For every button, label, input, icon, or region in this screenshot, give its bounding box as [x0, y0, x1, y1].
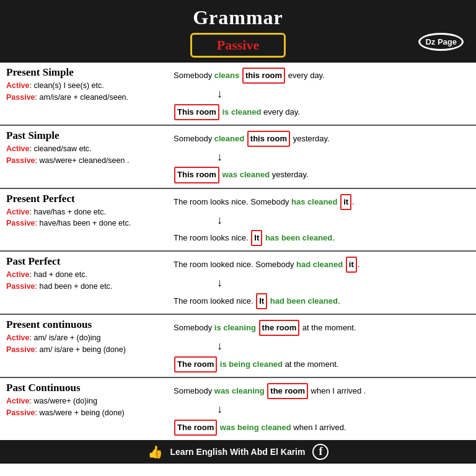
- example-rest1-pastc: when I arrived .: [311, 384, 366, 398]
- right-col-past-continuous: Somebody was cleaning the room when I ar…: [174, 382, 470, 436]
- section-title-past-continuous: Past Continuous: [6, 382, 169, 394]
- example-subj2-pasts: This room: [174, 167, 219, 183]
- section-past-continuous: Past Continuous Active: was/were+ (do)in…: [0, 378, 476, 440]
- passive-label-pastperf: Passive: [6, 282, 35, 291]
- arrow-pasts: ↓: [174, 148, 470, 167]
- example-obj1-ps: this room: [242, 68, 285, 84]
- section-title-past-simple: Past Simple: [6, 130, 169, 142]
- example-active-line-pc: Somebody is cleaning the room at the mom…: [174, 320, 470, 336]
- example-active-line-pastc: Somebody was cleaning the room when I ar…: [174, 383, 470, 399]
- active-rule-pc: : am/ is/are + (do)ing: [30, 333, 101, 342]
- example-obj-pastperf: it: [346, 257, 357, 273]
- example-verb-pp: has cleaned: [291, 195, 337, 209]
- example-verb-pastperf: had cleaned: [296, 258, 343, 271]
- arrow-down-pc: ↓: [217, 337, 223, 356]
- example-passive-line-pc: The room is being cleaned at the moment.: [174, 356, 470, 372]
- example-passive-line-pastc: The room was being cleaned when I arrive…: [174, 420, 470, 436]
- rule-active-past-simple: Active: cleaned/saw etc.: [6, 143, 169, 155]
- rule-passive-present-perfect: Passive: have/has been + done etc.: [6, 218, 169, 229]
- active-label-pp: Active: [6, 208, 30, 216]
- right-col-present-simple: Somebody cleans this room every day. ↓ T…: [174, 66, 470, 121]
- active-rule-ps: : clean(s) I see(s) etc.: [30, 81, 104, 90]
- arrow-ps: ↓: [174, 84, 470, 104]
- active-rule-pp: : have/has + done etc.: [30, 208, 106, 216]
- rule-active-past-continuous: Active: was/were+ (do)ing: [6, 395, 169, 407]
- example-obj1-pastc: the room: [267, 383, 308, 399]
- example-active-line-pp: The room looks nice. Somebody has cleane…: [174, 194, 470, 210]
- example-rest2-pasts: yesterday.: [272, 168, 309, 182]
- right-col-present-continuous: Somebody is cleaning the room at the mom…: [174, 319, 470, 373]
- section-title-present-continuous: Present continuous: [6, 319, 169, 331]
- passive-label: Passive: [190, 33, 286, 58]
- passive-rule-pastc: : was/were + being (done): [35, 408, 125, 417]
- example-rest2-pc: at the moment.: [285, 358, 339, 371]
- passive-label-pp: Passive: [6, 219, 35, 227]
- thumbs-up-icon: 👍: [148, 444, 163, 459]
- passive-label-pasts: Passive: [6, 156, 35, 165]
- example-obj1-pc: the room: [259, 320, 300, 336]
- example-verb2-pastperf: had been cleaned: [270, 294, 338, 308]
- passive-rule-pp: : have/has been + done etc.: [35, 219, 131, 227]
- example-active-text-pasts: Somebody: [174, 132, 212, 146]
- rule-passive-past-simple: Passive: was/were+ cleaned/seen .: [6, 155, 169, 167]
- page-title: Grammar: [0, 6, 476, 29]
- rule-passive-past-perfect: Passive: had been + done etc.: [6, 281, 169, 293]
- example-text-pp: The room looks nice. Somebody: [174, 195, 289, 209]
- example-active-text-pc: Somebody: [174, 321, 212, 335]
- example-subj-pp: The room looks nice.: [174, 231, 249, 245]
- example-verb2-ps: is cleaned: [222, 105, 261, 119]
- passive-bar: Passive Dz Page: [0, 33, 476, 63]
- example-rest1-ps: every day.: [288, 69, 325, 82]
- arrow-pastperf: ↓: [174, 273, 470, 293]
- arrow-down-ps: ↓: [217, 84, 223, 104]
- arrow-down-pasts: ↓: [217, 148, 223, 167]
- arrow-down-pastperf: ↓: [217, 273, 223, 293]
- example-rest2-ps: every day.: [263, 105, 300, 119]
- footer: 👍 Learn English With Abd El Karim f: [0, 440, 476, 464]
- example-verb1-ps: cleans: [214, 69, 239, 82]
- example-rest1-pasts: yesterday.: [293, 132, 330, 146]
- left-col-past-simple: Past Simple Active: cleaned/saw etc. Pas…: [6, 130, 174, 167]
- left-col-past-perfect: Past Perfect Active: had + done etc. Pas…: [6, 255, 174, 293]
- example-active-text-pastc: Somebody: [174, 384, 212, 398]
- example-rest1-pc: at the moment.: [302, 321, 356, 335]
- content-area: Present Simple Active: clean(s) I see(s)…: [0, 63, 476, 440]
- example-verb1-pastc: was cleaning: [214, 384, 265, 398]
- left-col-present-simple: Present Simple Active: clean(s) I see(s)…: [6, 66, 174, 104]
- section-present-simple: Present Simple Active: clean(s) I see(s)…: [0, 63, 476, 126]
- example-end-pastperf: .: [338, 294, 340, 308]
- section-title-present-perfect: Present Perfect: [6, 193, 169, 205]
- arrow-pc: ↓: [174, 337, 470, 356]
- rule-active-past-perfect: Active: had + done etc.: [6, 269, 169, 281]
- example-active-line-pasts: Somebody cleaned this room yesterday.: [174, 131, 470, 147]
- example-verb2-pastc: was being cleaned: [220, 421, 291, 434]
- example-active-line-pastperf: The room looked nice. Somebody had clean…: [174, 257, 470, 273]
- example-verb2-pp: has been cleaned: [265, 231, 332, 245]
- rule-passive-present-continuous: Passive: am/ is/are + being (done): [6, 344, 169, 356]
- example-passive-line-ps: This room is cleaned every day.: [174, 104, 470, 120]
- passive-label-pastc: Passive: [6, 408, 35, 417]
- example-boxed-pastperf: It: [256, 293, 267, 309]
- section-past-simple: Past Simple Active: cleaned/saw etc. Pas…: [0, 126, 476, 189]
- rule-passive-past-continuous: Passive: was/were + being (done): [6, 407, 169, 419]
- example-subj2-pc: The room: [174, 356, 217, 372]
- example-verb2-pasts: was cleaned: [222, 168, 270, 182]
- passive-rule-pastperf: : had been + done etc.: [35, 282, 113, 291]
- right-col-past-perfect: The room looked nice. Somebody had clean…: [174, 255, 470, 310]
- right-col-present-perfect: The room looks nice. Somebody has cleane…: [174, 193, 470, 247]
- passive-rule-pasts: : was/were+ cleaned/seen .: [35, 156, 130, 165]
- example-obj-pp: it: [340, 194, 351, 210]
- example-dot-pastperf: .: [358, 258, 360, 271]
- left-col-present-perfect: Present Perfect Active: have/has + done …: [6, 193, 174, 230]
- active-label-pc: Active: [6, 333, 30, 342]
- active-label-pastperf: Active: [6, 270, 30, 279]
- active-rule-pastperf: : had + done etc.: [30, 270, 87, 279]
- example-rest2-pastc: when I arrived.: [293, 421, 346, 434]
- passive-label-ps: Passive: [6, 93, 35, 102]
- example-active-text-ps: Somebody: [174, 69, 212, 82]
- arrow-down-pastc: ↓: [217, 400, 223, 419]
- example-dot-pp: .: [352, 195, 355, 209]
- section-present-continuous: Present continuous Active: am/ is/are + …: [0, 315, 476, 378]
- example-subj2-ps: This room: [174, 104, 219, 120]
- active-rule-pasts: : cleaned/saw etc.: [30, 144, 92, 153]
